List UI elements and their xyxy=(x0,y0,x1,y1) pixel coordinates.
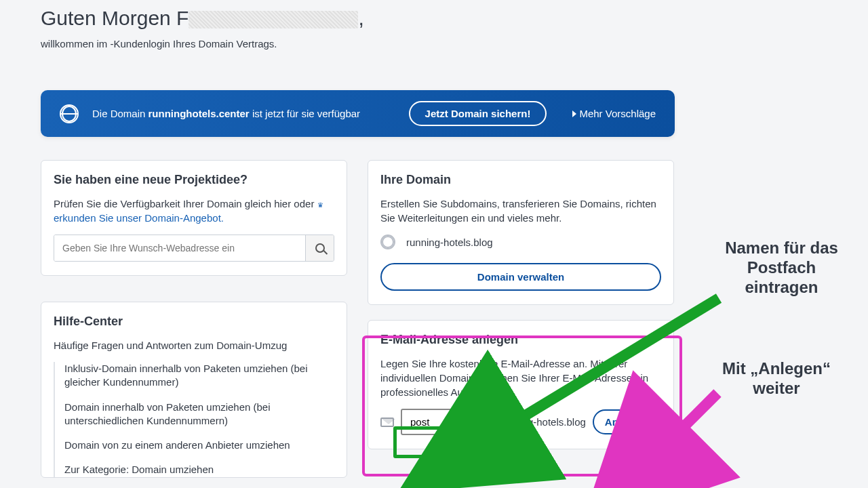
email-domain-suffix: @running-hotels.blog xyxy=(489,416,586,428)
help-item[interactable]: Zur Kategorie: Domain umziehen xyxy=(64,463,334,476)
crown-icon: ♛ xyxy=(317,201,323,209)
help-item[interactable]: Inklusiv-Domain innerhalb von Paketen um… xyxy=(64,362,334,390)
domain-offer-link[interactable]: erkunden Sie unser Domain-Angebot. xyxy=(54,212,224,224)
banner-text: Die Domain runninghotels.center ist jetz… xyxy=(92,108,395,119)
project-card: Sie haben eine neue Projektidee? Prüfen … xyxy=(41,160,347,276)
your-domain-text: Erstellen Sie Subdomains, transferieren … xyxy=(380,197,661,225)
greeting-suffix: , xyxy=(358,7,363,29)
help-card: Hilfe-Center Häufige Fragen und Antworte… xyxy=(41,302,347,478)
secure-domain-button[interactable]: Jetzt Domain sichern! xyxy=(409,101,547,126)
project-text: Prüfen Sie die Verfügbarkeit Ihrer Domai… xyxy=(54,197,334,225)
search-icon xyxy=(315,243,325,253)
your-domain-card: Ihre Domain Erstellen Sie Subdomains, tr… xyxy=(368,160,674,305)
email-text: Legen Sie Ihre kostenlose E-Mail-Adresse… xyxy=(380,357,661,399)
your-domain-title: Ihre Domain xyxy=(380,173,661,187)
annotation-note-button: Mit „Anlegen“ weiter xyxy=(715,359,837,399)
chevron-right-icon xyxy=(572,110,576,117)
manage-domain-button[interactable]: Domain verwalten xyxy=(380,263,661,291)
domain-search-input[interactable] xyxy=(54,235,305,261)
globe-icon xyxy=(60,104,79,123)
domain-name: running-hotels.blog xyxy=(406,237,493,248)
annotation-note-input: Namen für das Postfach eintragen xyxy=(715,239,848,297)
project-title: Sie haben eine neue Projektidee? xyxy=(54,173,334,187)
mail-icon xyxy=(380,418,394,427)
globe-icon xyxy=(380,235,395,249)
email-title: E-Mail-Adresse anlegen xyxy=(380,333,661,347)
help-title: Hilfe-Center xyxy=(54,314,334,329)
create-email-button[interactable]: Anlegen xyxy=(593,409,657,434)
help-item[interactable]: Domain innerhalb von Paketen umziehen (b… xyxy=(64,401,334,428)
email-local-input[interactable] xyxy=(401,409,482,435)
promo-banner: Die Domain runninghotels.center ist jetz… xyxy=(41,90,675,137)
redacted-name xyxy=(189,11,358,28)
greeting-prefix: Guten Morgen F xyxy=(41,7,189,29)
page-greeting: Guten Morgen F, xyxy=(41,7,868,30)
welcome-text: willkommen im -Kundenlogin Ihres Domain … xyxy=(41,38,868,49)
help-item[interactable]: Domain von zu einem anderen Anbieter umz… xyxy=(64,439,334,452)
email-card: E-Mail-Adresse anlegen Legen Sie Ihre ko… xyxy=(368,320,674,449)
more-suggestions-link[interactable]: Mehr Vorschläge xyxy=(572,108,656,119)
domain-search-button[interactable] xyxy=(305,235,334,261)
help-subtitle: Häufige Fragen und Antworten zum Domain-… xyxy=(54,338,334,352)
